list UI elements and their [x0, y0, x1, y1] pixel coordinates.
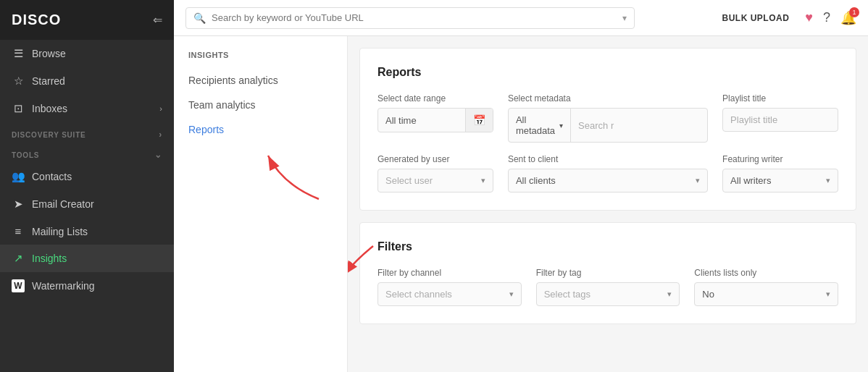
contacts-icon: 👥 [12, 170, 25, 183]
tag-select-input[interactable] [544, 289, 668, 300]
featuring-label: Featuring writer [722, 154, 838, 164]
section-tools[interactable]: TOOLS ⌄ [0, 143, 174, 163]
notification-count: 1 [849, 7, 859, 17]
browse-icon: ☰ [12, 47, 25, 60]
channel-select-input[interactable] [385, 289, 509, 300]
reports-title: Reports [377, 66, 838, 79]
chevron-right-icon: › [159, 130, 162, 140]
sidebar-item-starred[interactable]: ☆ Starred [0, 67, 174, 95]
metadata-select[interactable]: All metadata ▾ [509, 109, 571, 142]
metadata-value: All metadata [516, 114, 555, 136]
content-area: INSIGHTS Recipients analytics Team analy… [174, 36, 868, 372]
chevron-down-icon: ▾ [826, 289, 830, 299]
sidebar-item-label: Insights [32, 253, 67, 264]
clients-only-value: No [702, 289, 714, 300]
reports-area: Reports Select date range All time 📅 Sel… [348, 36, 868, 372]
sidebar-item-browse[interactable]: ☰ Browse [0, 40, 174, 67]
clients-only-dropdown[interactable]: No ▾ [694, 282, 838, 306]
chevron-right-icon: › [159, 104, 162, 113]
date-range-value: All time [378, 109, 465, 132]
sub-nav-item-team[interactable]: Team analytics [174, 93, 347, 117]
sub-nav-header: INSIGHTS [174, 51, 347, 68]
reports-section: Reports Select date range All time 📅 Sel… [359, 48, 856, 211]
playlist-title-input[interactable] [730, 114, 830, 125]
email-icon: ➤ [12, 198, 25, 211]
date-range-label: Select date range [377, 93, 493, 103]
sub-nav-item-reports[interactable]: Reports [174, 117, 347, 142]
sidebar-item-inboxes[interactable]: ⊡ Inboxes › [0, 95, 174, 122]
metadata-search-input[interactable] [571, 114, 707, 137]
featuring-writer-field: Featuring writer All writers ▾ [722, 154, 838, 193]
metadata-field: Select metadata All metadata ▾ [508, 93, 708, 143]
date-range-input[interactable]: All time 📅 [377, 108, 493, 132]
metadata-label: Select metadata [508, 93, 708, 103]
tag-label: Filter by tag [536, 268, 680, 278]
sidebar: DISCO ⇐ ☰ Browse ☆ Starred ⊡ Inboxes › D… [0, 0, 174, 372]
playlist-label: Playlist title [722, 93, 838, 103]
sidebar-item-label: Starred [32, 75, 65, 87]
clients-only-field: Clients lists only No ▾ [694, 268, 838, 306]
generated-by-label: Generated by user [377, 154, 493, 164]
sidebar-item-email-creator[interactable]: ➤ Email Creator [0, 190, 174, 218]
filters-section: Filters Filter by channel ▾ Filter by ta… [359, 222, 856, 324]
chevron-down-icon: ▾ [559, 122, 563, 130]
chevron-down-icon: ▾ [696, 176, 700, 185]
main-area: 🔍 ▾ BULK UPLOAD ♥ ? 🔔 1 INSIGHTS Recipie… [174, 0, 868, 372]
sidebar-item-contacts[interactable]: 👥 Contacts [0, 163, 174, 190]
channel-dropdown[interactable]: ▾ [377, 282, 522, 306]
sidebar-item-insights[interactable]: ↗ Insights [0, 245, 174, 272]
search-input[interactable] [212, 12, 617, 23]
app-logo: DISCO [12, 12, 61, 28]
watermark-icon: W [12, 279, 25, 292]
favorites-icon[interactable]: ♥ [805, 10, 813, 25]
filters-grid: Filter by channel ▾ Filter by tag ▾ [377, 268, 838, 306]
sidebar-collapse-button[interactable]: ⇐ [153, 13, 162, 27]
sub-nav-item-recipients[interactable]: Recipients analytics [174, 68, 347, 93]
generated-by-field: Generated by user ▾ [377, 154, 493, 193]
inbox-icon: ⊡ [12, 102, 25, 115]
sidebar-item-label: Watermarking [32, 280, 95, 292]
chevron-down-icon: ▾ [667, 289, 672, 299]
chevron-down-icon: ▾ [481, 176, 485, 185]
sidebar-item-label: Mailing Lists [32, 226, 88, 237]
topbar-actions: BULK UPLOAD ♥ ? 🔔 1 [716, 10, 856, 26]
insights-icon: ↗ [12, 252, 25, 265]
sent-to-value: All clients [516, 175, 556, 186]
section-discovery-suite[interactable]: DISCOVERY SUITE › [0, 122, 174, 143]
sent-to-dropdown[interactable]: All clients ▾ [508, 169, 708, 193]
tag-filter-field: Filter by tag ▾ [536, 268, 680, 306]
chevron-down-icon: ▾ [622, 13, 627, 23]
filters-title: Filters [377, 240, 838, 253]
search-bar[interactable]: 🔍 ▾ [185, 7, 635, 29]
star-icon: ☆ [12, 75, 25, 88]
playlist-input[interactable] [722, 108, 838, 132]
chevron-down-icon: ▾ [509, 289, 514, 299]
sidebar-item-mailing-lists[interactable]: ≡ Mailing Lists [0, 218, 174, 245]
sent-to-label: Sent to client [508, 154, 708, 164]
sidebar-item-label: Contacts [32, 171, 72, 182]
sidebar-item-watermarking[interactable]: W Watermarking [0, 272, 174, 300]
sent-to-field: Sent to client All clients ▾ [508, 154, 708, 193]
section-label: TOOLS [12, 151, 39, 159]
generated-by-dropdown[interactable]: ▾ [377, 169, 493, 193]
sidebar-item-label: Browse [32, 48, 66, 59]
channel-label: Filter by channel [377, 268, 522, 278]
help-icon[interactable]: ? [823, 10, 830, 25]
metadata-input[interactable]: All metadata ▾ [508, 108, 708, 143]
chevron-down-icon: ⌄ [154, 150, 162, 160]
user-select-input[interactable] [385, 175, 481, 186]
section-label: DISCOVERY SUITE [12, 131, 86, 139]
tag-dropdown[interactable]: ▾ [536, 282, 680, 306]
search-icon: 🔍 [193, 12, 206, 24]
calendar-icon[interactable]: 📅 [465, 109, 493, 132]
sidebar-navigation: ☰ Browse ☆ Starred ⊡ Inboxes › DISCOVERY… [0, 40, 174, 372]
channel-filter-field: Filter by channel ▾ [377, 268, 522, 306]
notification-bell[interactable]: 🔔 1 [840, 10, 856, 26]
date-range-field: Select date range All time 📅 [377, 93, 493, 143]
featuring-value: All writers [730, 175, 771, 186]
playlist-field: Playlist title [722, 93, 838, 143]
featuring-dropdown[interactable]: All writers ▾ [722, 169, 838, 193]
bulk-upload-button[interactable]: BULK UPLOAD [716, 10, 795, 26]
sidebar-item-label: Email Creator [32, 198, 94, 210]
sidebar-header: DISCO ⇐ [0, 0, 174, 40]
